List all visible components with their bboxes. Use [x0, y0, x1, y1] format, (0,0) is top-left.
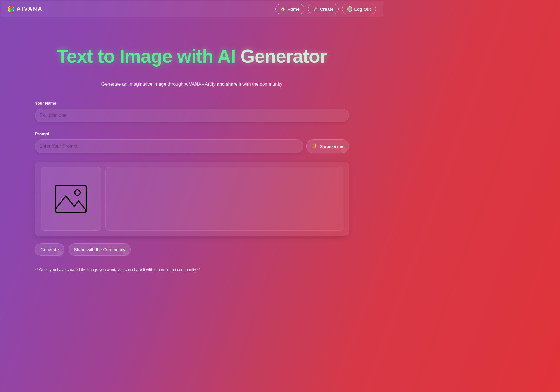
title-highlight: Text to Image with AI [57, 46, 235, 67]
image-output-area [105, 167, 343, 231]
surprise-me-button[interactable]: ✨ Surprise me [306, 139, 349, 153]
button-dot-decoration [123, 250, 129, 257]
logo-icon [8, 6, 14, 12]
surprise-label: Surprise me [320, 144, 343, 149]
svg-point-1 [75, 190, 80, 195]
logo[interactable]: AIVANA [8, 6, 43, 12]
home-icon: 🏠 [280, 7, 285, 11]
logout-label: Log Out [354, 7, 371, 12]
generate-button[interactable]: Generate [35, 243, 64, 256]
footnote: ** Once you have created the image you w… [35, 267, 349, 284]
name-field-group: Your Name [35, 101, 349, 122]
button-dot-decoration [57, 250, 63, 257]
avatar-icon [347, 6, 352, 12]
prompt-row: ✨ Surprise me [35, 139, 349, 153]
home-label: Home [287, 7, 300, 12]
svg-rect-0 [55, 186, 86, 212]
main-container: Text to Image with AI Generator Generate… [32, 46, 352, 284]
prompt-label: Prompt [35, 132, 349, 136]
prompt-input[interactable] [35, 139, 303, 153]
home-button[interactable]: 🏠 Home [275, 4, 304, 14]
name-label: Your Name [35, 101, 349, 106]
share-button[interactable]: Share with the Community [69, 243, 131, 256]
image-panel [35, 162, 349, 236]
create-label: Create [320, 7, 334, 12]
brand-name: AIVANA [17, 6, 43, 12]
page-subtitle: Generate an imaginative image through AI… [35, 82, 349, 87]
rocket-icon: 🚀 [313, 7, 318, 11]
sparkle-icon: ✨ [312, 144, 317, 149]
image-preview-placeholder [41, 167, 101, 231]
logout-button[interactable]: Log Out [342, 4, 376, 14]
button-dot-decoration [341, 147, 347, 154]
name-input[interactable] [35, 109, 349, 122]
generate-label: Generate [41, 247, 59, 252]
action-buttons: Generate Share with the Community [35, 243, 349, 256]
nav-buttons: 🏠 Home 🚀 Create Log Out [275, 4, 376, 14]
navbar: AIVANA 🏠 Home 🚀 Create Log Out [1, 1, 383, 18]
page-title: Text to Image with AI Generator [35, 46, 349, 67]
prompt-input-wrap [35, 139, 303, 153]
title-suffix: Generator [240, 46, 327, 67]
prompt-field-group: Prompt ✨ Surprise me [35, 132, 349, 153]
share-label: Share with the Community [74, 247, 125, 252]
create-button[interactable]: 🚀 Create [308, 4, 339, 14]
image-placeholder-icon [54, 184, 88, 214]
